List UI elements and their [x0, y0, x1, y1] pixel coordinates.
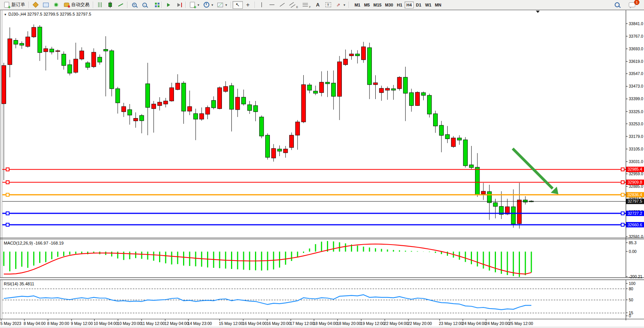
tab-timeframe-mn[interactable]: MN [433, 2, 443, 8]
candle [68, 65, 72, 73]
candle [44, 49, 48, 52]
arrows-button[interactable] [333, 1, 348, 9]
new-order-button[interactable]: 新订单 [2, 1, 27, 9]
tab-timeframe-d1[interactable]: D1 [414, 2, 423, 8]
candle [367, 48, 371, 85]
candlestick-icon [108, 3, 112, 7]
price-axis-tick-label: 33399.0 [629, 96, 643, 101]
periods-button[interactable] [201, 1, 215, 9]
line-chart-button[interactable] [115, 1, 126, 9]
candle [194, 114, 198, 119]
candle [457, 138, 462, 140]
search-button[interactable] [612, 1, 622, 9]
candlestick-chart-button[interactable] [105, 1, 115, 9]
toolbar-separator [29, 2, 29, 8]
tab-timeframe-m1[interactable]: M1 [353, 2, 362, 8]
templates-button[interactable] [215, 1, 229, 9]
market-watch-button[interactable] [30, 1, 41, 9]
cursor-button[interactable] [233, 1, 243, 9]
price-axis-tick-label: 33841.0 [629, 21, 643, 26]
tab-timeframe-h4[interactable]: H4 [405, 2, 414, 8]
rsi-axis-label: 50 [629, 298, 633, 302]
text-label-button[interactable]: T [323, 1, 333, 9]
candle [158, 102, 162, 106]
macd-indicator-label: MACD(12,26,9) -166.97 -168.19 [4, 241, 64, 245]
line-handle[interactable] [621, 181, 624, 184]
line-handle[interactable] [621, 212, 624, 215]
price-axis-tick-label: 33253.0 [629, 122, 643, 126]
price-tag-label: 32660.6 [628, 222, 642, 227]
tab-timeframe-m30[interactable]: M30 [383, 2, 394, 8]
indicators-button[interactable] [187, 1, 201, 9]
bar-chart-button[interactable] [95, 1, 105, 9]
candle [242, 97, 246, 104]
vertical-line-button[interactable] [257, 1, 267, 9]
time-axis-label: 18 May 20:00 [337, 321, 361, 326]
tab-timeframe-m15[interactable]: M15 [372, 2, 383, 8]
autotrading-label: 自动交易 [71, 2, 89, 8]
line-handle[interactable] [621, 168, 624, 171]
price-axis-tick-label: 33547.0 [629, 71, 643, 76]
crosshair-button[interactable] [243, 1, 253, 9]
price-tag-label: 32836.4 [628, 192, 642, 197]
tab-timeframe-h1[interactable]: H1 [395, 2, 404, 8]
candle [439, 125, 443, 135]
left-gutter [0, 10, 2, 319]
time-axis-label: 11 May 12:00 [141, 321, 165, 326]
tile-windows-button[interactable] [150, 1, 160, 9]
price-axis-tick-label: 33325.0 [629, 109, 643, 114]
price-axis-tick-label: 33105.0 [629, 147, 643, 151]
toolbar-right-group: 1 [612, 1, 637, 9]
line-handle[interactable] [6, 181, 9, 184]
line-handle[interactable] [621, 193, 624, 196]
time-axis-label: 22 May 20:00 [408, 321, 432, 326]
candle [349, 54, 354, 56]
horizontal-line-button[interactable] [267, 1, 277, 9]
toolbar-separator [93, 2, 93, 8]
candle [32, 27, 36, 37]
macd-axis-label: -200.21 [629, 274, 642, 279]
text-label-icon: T [325, 2, 331, 7]
time-axis-label: 18 May 04:00 [313, 321, 338, 326]
candle [314, 91, 318, 93]
signals-button[interactable] [51, 1, 61, 9]
autotrading-button[interactable]: 自动交易 [61, 1, 91, 9]
line-handle[interactable] [6, 168, 9, 171]
pane-splitter[interactable] [0, 278, 644, 280]
candle [469, 165, 473, 168]
line-handle[interactable] [6, 223, 9, 226]
cursor-icon [234, 2, 241, 8]
new-chart-button[interactable] [41, 1, 51, 9]
candle [80, 51, 84, 59]
text-button[interactable]: A [313, 1, 323, 9]
fibonacci-icon [303, 3, 308, 6]
line-handle[interactable] [621, 223, 624, 226]
candle [373, 83, 378, 85]
notifications-button[interactable]: 1 [627, 1, 637, 9]
candle [290, 135, 294, 147]
tab-timeframe-w1[interactable]: W1 [424, 2, 433, 8]
zoom-out-button[interactable]: - [139, 1, 150, 9]
fibonacci-button[interactable]: F [300, 1, 312, 9]
chart-canvas[interactable]: 33841.033767.033693.033619.033547.033473… [0, 0, 644, 328]
auto-scroll-button[interactable] [163, 1, 174, 9]
candle [74, 59, 78, 72]
candle [8, 39, 12, 65]
candle [295, 122, 300, 135]
candle [230, 86, 234, 109]
candle [20, 43, 24, 45]
chart-shift-button[interactable] [174, 1, 184, 9]
line-handle[interactable] [6, 212, 9, 215]
toolbar-separator [349, 2, 349, 8]
chart-title: DJ30-,H4 32797.5 32799.5 32795.5 32797.5 [4, 12, 91, 16]
price-axis-tick-label: 33767.0 [629, 34, 643, 38]
price-axis-tick-label: 33031.0 [629, 159, 643, 164]
window-bottom-edge [0, 326, 644, 328]
zoom-in-button[interactable]: + [129, 1, 139, 9]
candle [325, 82, 330, 84]
channel-button[interactable]: E [287, 1, 300, 9]
candle [56, 51, 60, 51]
tab-timeframe-m5[interactable]: M5 [362, 2, 371, 8]
trendline-button[interactable] [277, 1, 287, 9]
line-handle[interactable] [6, 193, 9, 196]
